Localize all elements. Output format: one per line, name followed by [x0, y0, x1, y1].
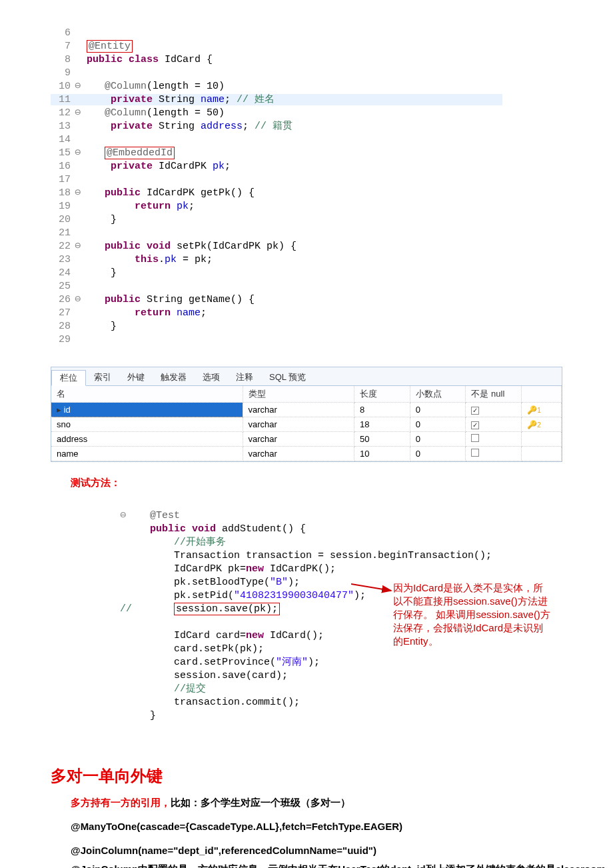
- col-header-len: 长度: [354, 386, 410, 403]
- line-number: 16: [51, 160, 75, 173]
- line-number: 14: [51, 133, 75, 147]
- table-row[interactable]: name varchar 10 0: [51, 447, 562, 461]
- paragraph: @JoinColumn(name="dept_id",referencedCol…: [71, 841, 613, 860]
- paragraph: 多方持有一方的引用，比如：多个学生对应一个班级（多对一）: [71, 793, 613, 812]
- line-number: 11: [51, 93, 75, 107]
- db-tabs: 栏位 索引 外键 触发器 选项 注释 SQL 预览: [51, 367, 562, 386]
- db-tab-comment[interactable]: 注释: [228, 370, 261, 385]
- notnull-checkbox[interactable]: [471, 434, 479, 442]
- db-tab-trigger[interactable]: 触发器: [153, 370, 195, 385]
- line-number: 8: [51, 53, 75, 67]
- line-number: 6: [51, 27, 75, 40]
- primary-key-icon: 🔑: [527, 420, 537, 429]
- line-number: 9: [51, 67, 75, 80]
- table-row[interactable]: address varchar 50 0: [51, 432, 562, 447]
- callout-note: 因为IdCard是嵌入类不是实体，所以不能直接用session.save()方法…: [393, 581, 553, 648]
- db-columns-grid: 名 类型 长度 小数点 不是 null ▸ id varchar 8 0 🔑1 …: [51, 386, 562, 461]
- line-number: 18: [51, 187, 75, 200]
- line-number: 22: [51, 240, 75, 253]
- section-heading-many-to-one: 多对一单向外键: [51, 765, 613, 787]
- line-number: 21: [51, 227, 75, 240]
- svg-line-0: [351, 584, 391, 591]
- db-tab-sqlpreview[interactable]: SQL 预览: [261, 370, 314, 385]
- annotation-embeddedid: @EmbeddedId: [105, 147, 175, 159]
- db-tab-index[interactable]: 索引: [86, 370, 119, 385]
- table-row[interactable]: sno varchar 18 0 🔑2: [51, 417, 562, 432]
- notnull-checkbox[interactable]: [471, 449, 479, 457]
- callout-arrow: [351, 581, 398, 596]
- annotation-entity: @Entity: [87, 40, 133, 53]
- paragraph: @JoinColumn中配置的是一方的对应信息。示例中相当于在UserTest的…: [51, 860, 613, 868]
- line-number: 20: [51, 213, 75, 227]
- primary-key-icon: 🔑: [527, 405, 537, 415]
- paragraph: @ManyToOne(cascade={CascadeType.ALL},fet…: [71, 817, 613, 836]
- line-number: 24: [51, 267, 75, 280]
- notnull-checkbox[interactable]: [471, 407, 479, 415]
- col-header-type: 类型: [243, 386, 354, 403]
- code-block-idcard: 6 7 @Entity 8 public class IdCard { 9 10…: [51, 13, 613, 347]
- db-columns-panel: 栏位 索引 外键 触发器 选项 注释 SQL 预览 名 类型 长度 小数点 不是…: [51, 367, 562, 462]
- code-block-test: ⊖ @Test public void addStudent() { //开始事…: [120, 496, 613, 749]
- db-tab-columns[interactable]: 栏位: [51, 370, 86, 386]
- table-row[interactable]: ▸ id varchar 8 0 🔑1: [51, 403, 562, 417]
- col-header-nn: 不是 null: [466, 386, 522, 403]
- line-number: 19: [51, 200, 75, 213]
- line-number: 17: [51, 173, 75, 187]
- line-number: 23: [51, 253, 75, 267]
- line-number: 27: [51, 307, 75, 320]
- line-number: 15: [51, 147, 75, 160]
- line-number: 12: [51, 107, 75, 120]
- line-number: 7: [51, 40, 75, 53]
- line-number: 10: [51, 80, 75, 93]
- db-tab-options[interactable]: 选项: [195, 370, 228, 385]
- line-number: 25: [51, 280, 75, 293]
- col-header-name: 名: [51, 386, 243, 403]
- col-header-key: [522, 386, 562, 403]
- line-number: 13: [51, 120, 75, 133]
- line-number: 28: [51, 320, 75, 333]
- highlighted-save-call: session.save(pk);: [174, 603, 280, 615]
- test-method-heading: 测试方法：: [71, 477, 613, 489]
- line-number: 29: [51, 333, 75, 347]
- col-header-dec: 小数点: [410, 386, 466, 403]
- notnull-checkbox[interactable]: [471, 421, 479, 429]
- db-tab-fk[interactable]: 外键: [119, 370, 153, 385]
- line-number: 26: [51, 293, 75, 307]
